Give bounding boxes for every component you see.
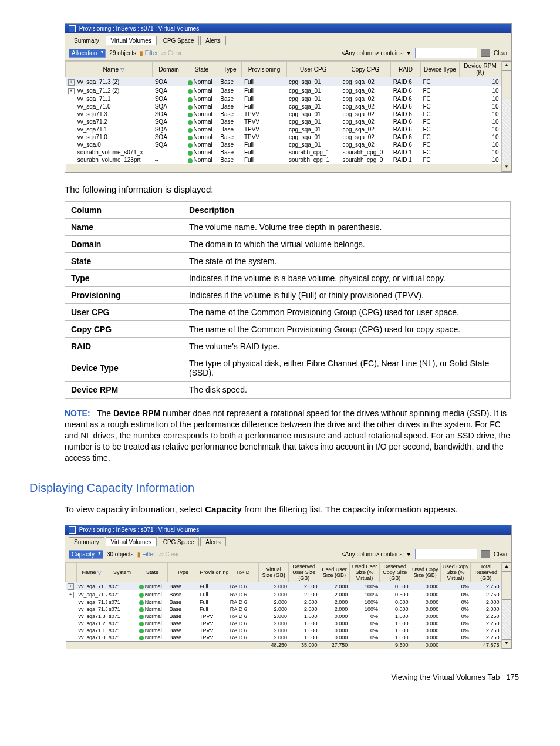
state-dot-icon: [139, 600, 144, 605]
col-3[interactable]: Type: [167, 563, 198, 582]
table-row[interactable]: vv_sqa71.0s071NormalBaseTPVVRAID 62.0001…: [66, 634, 501, 642]
clear-link[interactable]: ▱ Clear: [161, 50, 182, 56]
desc-row: ProvisioningIndicates if the volume is f…: [65, 287, 511, 304]
desc-row: StateThe state of the system.: [65, 253, 511, 270]
expand-toggle[interactable]: +: [68, 583, 74, 590]
col-expand[interactable]: [66, 563, 77, 582]
table-row[interactable]: vv_sqa71.1SQANormalBaseTPVVcpg_sqa_01cpg…: [66, 126, 501, 133]
table-row[interactable]: vv_sqa71.0SQANormalBaseTPVVcpg_sqa_01cpg…: [66, 133, 501, 141]
vertical-scrollbar-2[interactable]: ▲ ▼: [501, 562, 511, 649]
col-1[interactable]: System: [107, 563, 137, 582]
col-provisioning[interactable]: Provisioning: [242, 62, 286, 77]
note-block: NOTE: The Device RPM number does not rep…: [65, 408, 511, 463]
state-dot-icon: [139, 629, 144, 633]
tab-alerts-2[interactable]: Alerts: [200, 537, 226, 546]
col-10[interactable]: Reserved Copy Size (GB): [380, 563, 410, 582]
scroll-up-icon[interactable]: ▲: [502, 562, 511, 572]
state-dot-icon: [139, 622, 144, 626]
state-dot-icon: [139, 607, 144, 612]
table-row[interactable]: +vv_sqa_71.3 (2)s071NormalBaseFullRAID 6…: [66, 582, 501, 591]
col-device-type[interactable]: Device Type: [420, 62, 459, 77]
tab-cpg-space-2[interactable]: CPG Space: [158, 537, 200, 546]
view-dropdown-2[interactable]: Capacity: [69, 550, 103, 559]
object-count-2: 30 objects: [107, 551, 134, 558]
table-row[interactable]: vv_sqa_71.1s071NormalBaseFullRAID 62.000…: [66, 599, 501, 606]
col-13[interactable]: Total Reserved (GB): [471, 563, 501, 582]
col-state[interactable]: State: [185, 62, 218, 77]
toolbar: Allocation 29 objects ▮ Filter ▱ Clear <…: [65, 45, 511, 61]
table-row[interactable]: sourabh_volume_s071_x--NormalBaseFullsou…: [66, 148, 501, 156]
table-row[interactable]: vv_sqa71.2s071NormalBaseTPVVRAID 62.0001…: [66, 620, 501, 627]
tab-alerts[interactable]: Alerts: [200, 36, 226, 45]
clear-link-2[interactable]: ▱ Clear: [159, 551, 180, 558]
tab-virtual-volumes-2[interactable]: Virtual Volumes: [106, 537, 157, 546]
expand-toggle[interactable]: +: [68, 592, 74, 598]
table-row[interactable]: vv_sqa71.1s071NormalBaseTPVVRAID 62.0001…: [66, 627, 501, 634]
desc-row: Device TypeThe type of physical disk, ei…: [65, 355, 511, 382]
col-7[interactable]: Reserved User Size (GB): [289, 563, 319, 582]
state-dot-icon: [188, 89, 193, 94]
tab-virtual-volumes[interactable]: Virtual Volumes: [106, 36, 157, 45]
printer-icon-2[interactable]: [481, 550, 490, 558]
eraser-icon: ▱: [159, 551, 164, 558]
col-0[interactable]: Name ▽: [77, 563, 107, 582]
filter-link-2[interactable]: ▮ Filter: [137, 551, 156, 558]
vertical-scrollbar[interactable]: ▲ ▼: [501, 61, 511, 172]
tab-summary-2[interactable]: Summary: [69, 537, 104, 546]
filter-input[interactable]: [415, 48, 477, 58]
col-4[interactable]: Provisioning: [198, 563, 228, 582]
col-11[interactable]: Used Copy Size (GB): [410, 563, 441, 582]
col-name[interactable]: Name ▽: [75, 62, 153, 77]
right-clear[interactable]: Clear: [494, 50, 508, 56]
state-dot-icon: [139, 593, 144, 598]
state-dot-icon: [188, 113, 193, 117]
col-user-cpg[interactable]: User CPG: [286, 62, 340, 77]
table-row[interactable]: vv_sqa_71.0s071NormalBaseFullRAID 62.000…: [66, 606, 501, 613]
table-row[interactable]: vv_sqa_71.1SQANormalBaseFullcpg_sqa_01cp…: [66, 95, 501, 103]
table-row[interactable]: vv_sqa_71.0SQANormalBaseFullcpg_sqa_01cp…: [66, 103, 501, 110]
desc-row: RAIDThe volume's RAID type.: [65, 338, 511, 355]
scroll-thumb[interactable]: [502, 572, 511, 600]
sort-desc-icon: ▽: [97, 569, 102, 575]
desc-row: DomainThe domain to which the virtual vo…: [65, 236, 511, 253]
table-row[interactable]: vv_sqa.0SQANormalBaseFullcpg_sqa_01cpg_s…: [66, 141, 501, 148]
scroll-up-icon[interactable]: ▲: [502, 61, 511, 70]
table-row[interactable]: vv_sqa71.2SQANormalBaseTPVVcpg_sqa_01cpg…: [66, 118, 501, 126]
col-8[interactable]: Used User Size (GB): [319, 563, 350, 582]
col-domain[interactable]: Domain: [153, 62, 185, 77]
scroll-down-icon[interactable]: ▼: [502, 639, 511, 649]
col-copy-cpg[interactable]: Copy CPG: [340, 62, 390, 77]
scroll-down-icon[interactable]: ▼: [502, 163, 511, 172]
col-raid[interactable]: RAID: [391, 62, 421, 77]
printer-icon[interactable]: [481, 49, 490, 57]
table-row[interactable]: vv_sqa71.3s071NormalBaseTPVVRAID 62.0001…: [66, 613, 501, 620]
desc-row: NameThe volume name. Volume tree depth i…: [65, 219, 511, 236]
col-type[interactable]: Type: [218, 62, 242, 77]
window-title: Provisioning : InServs : s071 : Virtual …: [79, 25, 199, 32]
filter-icon: ▮: [137, 551, 141, 558]
col-2[interactable]: State: [137, 563, 168, 582]
filter-link[interactable]: ▮ Filter: [140, 50, 158, 56]
col-5[interactable]: RAID: [228, 563, 259, 582]
column-description-table: Column Description NameThe volume name. …: [65, 201, 511, 399]
tab-row-2: Summary Virtual Volumes CPG Space Alerts: [65, 535, 511, 546]
table-row[interactable]: sourabh_volume_123prt--NormalBaseFullsou…: [66, 156, 501, 164]
expand-toggle[interactable]: +: [68, 79, 75, 86]
col-6[interactable]: Virtual Size (GB): [258, 563, 289, 582]
scroll-thumb[interactable]: [502, 70, 511, 99]
table-row[interactable]: +vv_sqa_71.3 (2)SQANormalBaseFullcpg_sqa…: [66, 77, 501, 87]
tab-summary[interactable]: Summary: [69, 36, 104, 45]
table-row[interactable]: +vv_sqa_71.2 (2)s071NormalBaseFullRAID 6…: [66, 590, 501, 599]
table-row[interactable]: vv_sqa71.3SQANormalBaseTPVVcpg_sqa_01cpg…: [66, 110, 501, 118]
col-12[interactable]: Used Copy Size (% Virtual): [440, 563, 471, 582]
right-clear-2[interactable]: Clear: [494, 551, 508, 558]
filter-input-2[interactable]: [415, 549, 477, 559]
col-expand[interactable]: [66, 62, 75, 77]
expand-toggle[interactable]: +: [68, 88, 75, 94]
col-9[interactable]: Used User Size (% Virtual): [349, 563, 380, 582]
tab-cpg-space[interactable]: CPG Space: [158, 36, 200, 45]
table-row[interactable]: +vv_sqa_71.2 (2)SQANormalBaseFullcpg_sqa…: [66, 86, 501, 95]
col-device-rpm[interactable]: Device RPM (K): [459, 62, 501, 77]
view-dropdown[interactable]: Allocation: [69, 49, 106, 58]
window-title-2: Provisioning : InServs : s071 : Virtual …: [79, 526, 199, 533]
